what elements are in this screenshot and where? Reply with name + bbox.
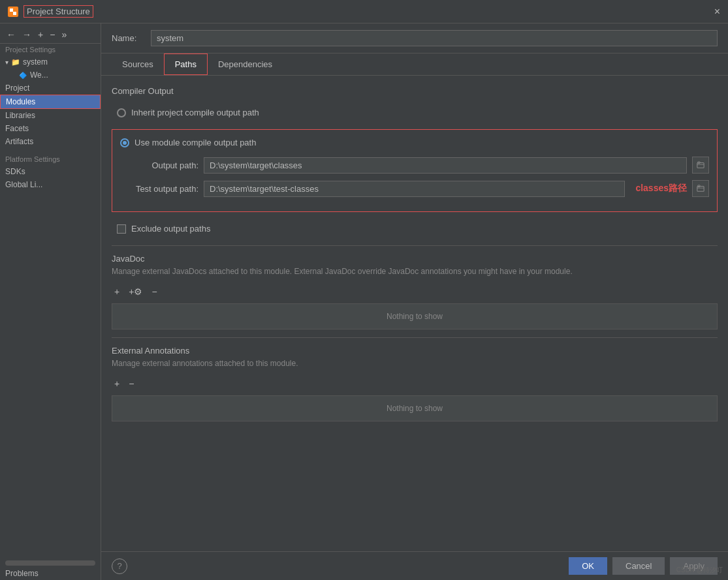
javadoc-remove-button[interactable]: −: [149, 285, 159, 298]
output-path-browse-button[interactable]: [692, 157, 709, 174]
external-annotations-toolbar: + −: [112, 374, 718, 393]
external-annotations-desc: Manage external annotations attached to …: [112, 358, 718, 369]
sidebar-section-platform-settings: Platform Settings: [0, 153, 101, 165]
inherit-radio-label: Inherit project compile output path: [131, 108, 259, 117]
section-label: Project Settings: [5, 46, 55, 53]
sidebar-global-libraries-label: Global Li...: [5, 180, 42, 189]
sidebar-item-libraries[interactable]: Libraries: [0, 109, 101, 122]
external-annotations-add-button[interactable]: +: [112, 377, 122, 390]
classes-annotation: classes路径: [635, 183, 687, 194]
sidebar-toolbar: ← → + − »: [0, 26, 101, 44]
compiler-output-section-header: Compiler Output: [112, 86, 718, 96]
tab-sources[interactable]: Sources: [112, 53, 164, 75]
external-annotations-empty: Nothing to show: [112, 395, 718, 421]
svg-rect-1: [13, 12, 16, 15]
javadoc-add-config-button[interactable]: +⚙: [126, 285, 145, 298]
right-panel: Name: Sources Paths Dependencies Compile…: [101, 23, 728, 580]
use-module-box: Use module compile output path Output pa…: [112, 129, 718, 212]
sidebar-item-project[interactable]: Project: [0, 82, 101, 95]
app-icon: [8, 7, 18, 17]
tab-paths[interactable]: Paths: [164, 53, 208, 75]
name-input[interactable]: [151, 30, 718, 46]
sidebar-libraries-label: Libraries: [5, 111, 35, 120]
sidebar-item-sdks[interactable]: SDKs: [0, 165, 101, 178]
platform-section-label: Platform Settings: [5, 155, 60, 163]
tabs-bar: Sources Paths Dependencies: [101, 53, 728, 76]
sidebar-item-global-libraries[interactable]: Global Li...: [0, 178, 101, 191]
test-output-path-browse-button[interactable]: [692, 180, 709, 197]
exclude-checkbox-row: Exclude output paths: [112, 220, 718, 237]
nav-back-button[interactable]: ←: [5, 29, 17, 40]
tree-we-label: We...: [30, 70, 48, 80]
tree-item-we[interactable]: 🔷 We...: [0, 69, 101, 82]
external-annotations-remove-button[interactable]: −: [126, 377, 136, 390]
sidebar-artifacts-label: Artifacts: [5, 137, 33, 146]
use-module-label: Use module compile output path: [135, 138, 256, 147]
javadoc-add-button[interactable]: +: [112, 285, 122, 298]
sidebar-sdks-label: SDKs: [5, 167, 25, 176]
help-button[interactable]: ?: [112, 558, 127, 574]
sidebar-more-button[interactable]: »: [60, 29, 68, 40]
sidebar-item-problems[interactable]: Problems: [0, 567, 101, 580]
main-content: ← → + − » Project Settings ▾ 📁 system 🔷 …: [0, 23, 728, 580]
sidebar-section-project-settings: Project Settings: [0, 44, 101, 55]
svg-rect-0: [10, 8, 13, 12]
exclude-checkbox[interactable]: [117, 224, 126, 234]
external-annotations-section: External Annotations Manage external ann…: [112, 346, 718, 421]
sidebar-item-facets[interactable]: Facets: [0, 122, 101, 135]
output-path-row: Output path:: [120, 157, 709, 174]
inherit-radio[interactable]: [117, 108, 126, 117]
exclude-label: Exclude output paths: [131, 224, 210, 234]
use-module-header: Use module compile output path: [120, 138, 709, 147]
sidebar-modules-label: Modules: [6, 97, 35, 106]
project-structure-dialog: Project Structure × ← → + − » Project Se…: [0, 0, 728, 580]
use-module-radio[interactable]: [120, 138, 129, 147]
ok-button[interactable]: OK: [569, 557, 607, 575]
bottom-left: ?: [112, 558, 127, 574]
panel-content: Compiler Output Inherit project compile …: [101, 76, 728, 551]
nav-forward-button[interactable]: →: [21, 29, 33, 40]
external-annotations-title: External Annotations: [112, 346, 718, 356]
sidebar-problems-label: Problems: [5, 569, 39, 578]
sidebar-item-modules[interactable]: Modules: [0, 95, 101, 109]
sidebar-item-artifacts[interactable]: Artifacts: [0, 135, 101, 148]
separator-1: [112, 245, 718, 246]
title-bar: Project Structure ×: [0, 0, 728, 23]
bottom-bar: ? OK Cancel Apply: [101, 551, 728, 580]
title-bar-left: Project Structure: [8, 5, 93, 18]
test-output-path-row: Test output path: classes路径: [120, 180, 709, 197]
tree-item-system[interactable]: ▾ 📁 system: [0, 55, 101, 69]
sidebar-remove-button[interactable]: −: [48, 29, 56, 40]
cancel-button[interactable]: Cancel: [612, 557, 665, 575]
test-output-path-label: Test output path:: [120, 184, 198, 194]
javadoc-empty: Nothing to show: [112, 303, 718, 329]
module-icon: 🔷: [18, 70, 27, 80]
sidebar-add-button[interactable]: +: [37, 29, 44, 40]
javadoc-title: JavaDoc: [112, 254, 718, 264]
sidebar: ← → + − » Project Settings ▾ 📁 system 🔷 …: [0, 23, 101, 580]
test-output-path-input[interactable]: [204, 181, 625, 197]
tab-dependencies[interactable]: Dependencies: [208, 53, 283, 75]
name-label: Name:: [112, 33, 144, 43]
javadoc-desc: Manage external JavaDocs attached to thi…: [112, 266, 718, 277]
folder-icon: 📁: [11, 57, 20, 67]
tree-system-label: system: [23, 57, 48, 67]
inherit-radio-row: Inherit project compile output path: [112, 104, 718, 121]
tree-arrow: ▾: [5, 59, 8, 66]
sidebar-facets-label: Facets: [5, 124, 29, 133]
sidebar-scrollbar[interactable]: [5, 560, 95, 566]
name-row: Name:: [101, 23, 728, 53]
sidebar-project-label: Project: [5, 84, 29, 93]
separator-2: [112, 337, 718, 338]
javadoc-section: JavaDoc Manage external JavaDocs attache…: [112, 254, 718, 329]
close-button[interactable]: ×: [714, 7, 720, 17]
watermark: CSDN @待汐叮: [676, 566, 723, 575]
output-path-input[interactable]: [204, 157, 687, 174]
output-path-label: Output path:: [120, 160, 198, 170]
dialog-title: Project Structure: [24, 5, 93, 18]
javadoc-toolbar: + +⚙ −: [112, 282, 718, 301]
